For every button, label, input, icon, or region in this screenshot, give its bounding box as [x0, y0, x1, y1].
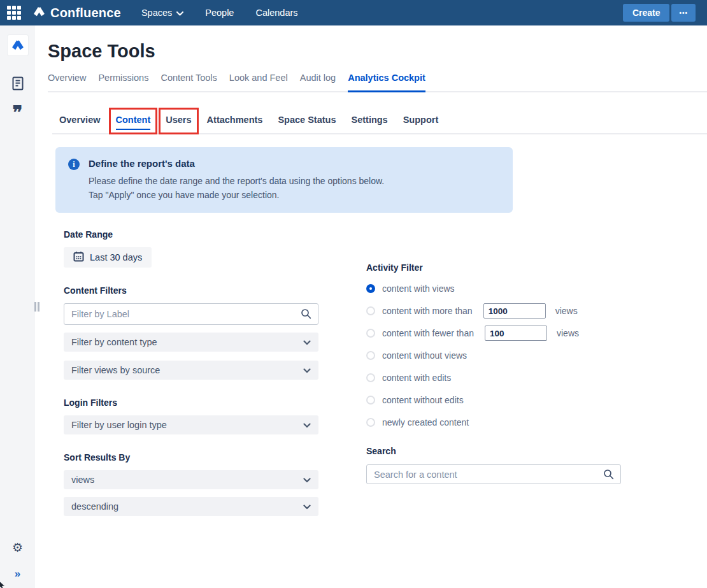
info-banner: i Define the report's data Please define… — [55, 147, 513, 213]
radio-unselected[interactable] — [366, 329, 375, 338]
radio-option-with-edits: content with edits — [366, 373, 621, 382]
more-actions-button[interactable]: ••• — [671, 4, 696, 22]
mouse-cursor-icon — [0, 580, 7, 588]
subtab-users-highlighted[interactable]: Users — [159, 108, 198, 134]
filters-column: Date Range Last 30 days Content Filters — [64, 229, 318, 516]
radio-unselected[interactable] — [366, 418, 375, 427]
pages-icon[interactable] — [0, 76, 35, 91]
views-source-dropdown[interactable]: Filter views by source — [64, 361, 318, 380]
subtab-overview[interactable]: Overview — [52, 108, 108, 134]
confluence-home-link[interactable]: Confluence — [33, 6, 121, 20]
calendar-icon — [73, 251, 84, 264]
confluence-app-window: Confluence Spaces People Calendars Creat… — [0, 0, 707, 588]
info-banner-body: Define the report's data Please define t… — [89, 158, 384, 202]
chevron-down-icon — [303, 420, 311, 430]
analytics-sub-tabs: Overview Content Users Attachments Space… — [52, 108, 707, 134]
nav-spaces[interactable]: Spaces — [141, 8, 183, 18]
radio-option-content-with-views: content with views — [366, 284, 621, 293]
chevron-down-icon — [303, 337, 311, 347]
sort-field-dropdown[interactable]: views — [64, 470, 318, 489]
tab-content-tools[interactable]: Content Tools — [161, 73, 217, 91]
quotes-icon[interactable]: ❞ — [0, 105, 35, 120]
confluence-space-icon — [11, 39, 24, 52]
subtab-support[interactable]: Support — [396, 108, 446, 134]
radio-unselected[interactable] — [366, 351, 375, 360]
tab-look-and-feel[interactable]: Look and Feel — [229, 73, 288, 91]
content-filters-heading: Content Filters — [64, 285, 318, 296]
radio-unselected[interactable] — [366, 306, 375, 315]
tab-audit-log[interactable]: Audit log — [300, 73, 336, 91]
tab-permissions[interactable]: Permissions — [98, 73, 148, 91]
info-banner-line2: Tap "Apply" once you have made your sele… — [89, 189, 384, 203]
date-range-value: Last 30 days — [90, 252, 142, 262]
search-icon — [603, 469, 614, 482]
space-sidebar: ❞ ⚙ » — [0, 25, 35, 588]
sort-results-heading: Sort Results By — [64, 452, 318, 463]
content-search-input[interactable] — [366, 464, 621, 484]
nav-calendars[interactable]: Calendars — [255, 8, 297, 18]
top-navigation-bar: Confluence Spaces People Calendars Creat… — [0, 0, 707, 25]
tab-overview[interactable]: Overview — [48, 73, 86, 91]
content-type-dropdown[interactable]: Filter by content type — [64, 333, 318, 352]
fewer-than-views-input[interactable] — [485, 326, 547, 341]
space-logo[interactable] — [8, 35, 28, 55]
subtab-settings[interactable]: Settings — [344, 108, 394, 134]
activity-filter-heading: Activity Filter — [366, 262, 621, 273]
login-type-dropdown[interactable]: Filter by user login type — [64, 415, 318, 434]
settings-gear-icon[interactable]: ⚙ — [0, 541, 35, 554]
create-button[interactable]: Create — [623, 4, 670, 22]
radio-option-fewer-than: content with fewer than views — [366, 329, 621, 338]
grid-icon — [7, 6, 21, 20]
activity-column: Activity Filter content with views conte… — [366, 262, 621, 516]
report-options: Date Range Last 30 days Content Filters — [64, 229, 707, 516]
top-nav-links: Spaces People Calendars — [141, 8, 298, 18]
nav-people[interactable]: People — [205, 8, 234, 18]
space-tools-tabs: Overview Permissions Content Tools Look … — [48, 73, 707, 92]
info-banner-text: Please define the date range and the rep… — [89, 175, 384, 202]
main-content: Space Tools Overview Permissions Content… — [35, 25, 707, 588]
content-search-field — [366, 464, 621, 484]
subtab-attachments[interactable]: Attachments — [200, 108, 270, 134]
info-banner-line1: Please define the date range and the rep… — [89, 175, 384, 189]
sort-direction-dropdown[interactable]: descending — [64, 497, 318, 516]
expand-sidebar-icon[interactable]: » — [0, 568, 35, 580]
label-filter-input[interactable] — [64, 303, 318, 325]
date-range-button[interactable]: Last 30 days — [64, 247, 152, 268]
radio-option-more-than: content with more than views — [366, 306, 621, 315]
radio-unselected[interactable] — [366, 396, 375, 405]
radio-option-without-edits: content without edits — [366, 396, 621, 405]
radio-selected[interactable] — [366, 284, 375, 293]
info-banner-title: Define the report's data — [89, 158, 384, 169]
tab-analytics-cockpit[interactable]: Analytics Cockpit — [348, 73, 425, 91]
radio-unselected[interactable] — [366, 373, 375, 382]
activity-filter-options: content with views content with more tha… — [366, 284, 621, 427]
subtab-content-highlighted[interactable]: Content — [109, 108, 158, 134]
date-range-heading: Date Range — [64, 229, 318, 240]
topbar-actions: Create ••• — [623, 4, 696, 22]
app-switcher-icon[interactable] — [0, 0, 28, 25]
login-filters-heading: Login Filters — [64, 398, 318, 408]
info-icon: i — [68, 159, 80, 170]
product-name: Confluence — [50, 6, 121, 20]
subtab-space-status[interactable]: Space Status — [271, 108, 343, 134]
chevron-down-icon — [303, 475, 311, 485]
radio-option-newly-created: newly created content — [366, 418, 621, 427]
chevron-down-icon — [303, 365, 311, 375]
more-than-views-input[interactable] — [483, 303, 546, 319]
search-icon — [301, 308, 311, 322]
radio-option-without-views: content without views — [366, 351, 621, 360]
chevron-down-icon — [176, 8, 183, 18]
label-filter-field — [64, 303, 318, 325]
chevron-down-icon — [303, 501, 311, 512]
page-title: Space Tools — [48, 41, 707, 62]
confluence-logo-icon — [33, 6, 45, 20]
search-heading: Search — [366, 446, 621, 456]
